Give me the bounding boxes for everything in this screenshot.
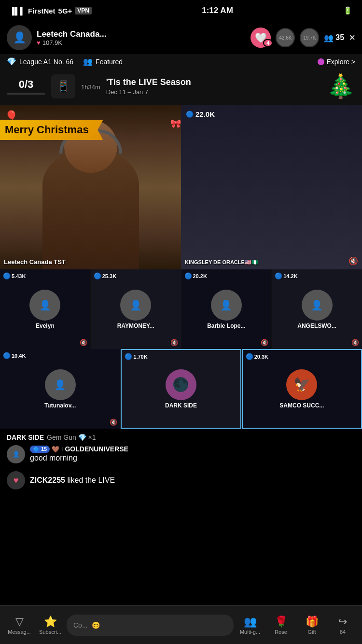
bottom-stat-value-0: 10.4K — [12, 353, 26, 359]
league-label: League A1 No. 66 — [19, 58, 73, 66]
bottom-nav: ▽ Messag... ⭐ Subscri... Co... 😊 👥 Multi… — [0, 605, 362, 644]
rose-button[interactable]: 🌹 Rose — [266, 616, 295, 635]
side-streamer-label: KINGSLEY DE ORACLE🇺🇸🇳🇬 — [185, 259, 258, 266]
bottom-name-1: DARK SIDE — [165, 402, 197, 409]
share-button[interactable]: ↪ 84 — [328, 616, 357, 635]
christmas-text: Merry Christmas — [5, 124, 89, 136]
likes-count: 107.9K — [42, 39, 62, 46]
gift-button[interactable]: 🎁 Gift — [297, 616, 326, 635]
small-stat-value-2: 20.2K — [193, 273, 207, 279]
like-badge[interactable]: 🤍 4 — [251, 28, 271, 48]
side-stat: 🔵 22.0K — [186, 110, 215, 118]
small-avatar-1: 👤 — [120, 290, 151, 321]
small-cell-0[interactable]: 🔵 5.43K 👤 Evelyn 🔇 — [0, 269, 90, 349]
bottom-avatar-2: 🦅 — [286, 369, 317, 400]
league-rank[interactable]: 💎 League A1 No. 66 — [7, 57, 73, 66]
status-right: 🔋 — [343, 6, 352, 15]
viewer2-count: 19.7K — [303, 35, 316, 41]
mic-off-icon: 🔇 — [348, 256, 358, 266]
header: 👤 Leetech Canada... ♥ 107.9K 🤍 4 42.6K 1… — [0, 21, 362, 54]
small-name-1: RAYMONEY... — [117, 322, 154, 329]
likes-label: ♥ 107.9K — [37, 39, 246, 46]
small-cell-1[interactable]: 🔵 25.3K 👤 RAYMONEY... 🔇 — [91, 269, 181, 349]
small-stat-1: 🔵 25.3K — [94, 272, 116, 280]
gift-icon: 🎁 — [306, 616, 319, 628]
bottom-cell-2[interactable]: 🔵 20.3K 🦅 SAMCO SUCC... — [242, 349, 362, 429]
viewer2-avatar[interactable]: 19.7K — [300, 28, 319, 47]
small-name-3: ANGELSWO... — [297, 322, 336, 329]
chat-badges: 🔷 15 🤎 I GOLDENUNIVERSE — [30, 445, 355, 453]
viewer1-count: 42.6K — [279, 35, 292, 41]
rose-label: Rose — [275, 629, 287, 635]
small-mic-3: 🔇 — [351, 339, 359, 346]
gift-sender: DARK SIDE — [7, 434, 44, 441]
explore-dot-icon — [318, 58, 324, 65]
close-button[interactable]: × — [349, 31, 355, 44]
bottom-stat-value-2: 20.3K — [254, 354, 268, 360]
featured-icon: 👥 — [83, 57, 93, 66]
message-button[interactable]: ▽ Messag... — [5, 616, 34, 635]
gift-item-label: Gem Gun 💎 ×1 — [47, 434, 96, 441]
emoji-icon: 😊 — [92, 621, 100, 629]
header-right: 🤍 4 42.6K 19.7K 👥 35 × — [251, 28, 355, 48]
liked-text: ZICK2255 liked the LIVE — [30, 476, 115, 485]
vpn-badge: VPN — [75, 7, 92, 14]
multi-guest-button[interactable]: 👥 Multi-g... — [236, 616, 265, 635]
diamond-icon: 💎 — [7, 57, 16, 66]
small-cell-2[interactable]: 🔵 20.2K 👤 Barbie Lope... 🔇 — [181, 269, 272, 349]
multi-icon: 👥 — [244, 616, 257, 628]
event-text: 'Tis the LIVE Season Dec 11 – Jan 7 — [106, 77, 320, 96]
badge-num: 15 — [41, 446, 47, 452]
heart-icon: ♥ — [37, 39, 41, 46]
side-streamer-name: KINGSLEY DE ORACLE🇺🇸🇳🇬 — [185, 259, 258, 266]
bcoin-icon-2: 🔵 — [246, 353, 253, 360]
small-stat-value-0: 5.43K — [12, 273, 26, 279]
status-bar: ▐▌▌ FirstNet 5G+ VPN 1:12 AM 🔋 — [0, 0, 362, 21]
featured-badge[interactable]: 👥 Featured — [83, 57, 123, 66]
viewer1-avatar[interactable]: 42.6K — [276, 28, 295, 47]
total-viewers: 👥 35 — [324, 33, 344, 42]
coin-icon: 🔵 — [186, 111, 194, 118]
avatar: 👤 — [7, 25, 32, 50]
small-mic-1: 🔇 — [170, 339, 178, 346]
network-label: 5G+ — [58, 7, 72, 15]
coin-icon-1: 🔵 — [94, 272, 101, 280]
small-stat-value-1: 25.3K — [102, 273, 116, 279]
header-info: Leetech Canada... ♥ 107.9K — [37, 29, 246, 46]
progress-numbers: 0/3 — [19, 78, 34, 91]
battery-icon: 🔋 — [343, 6, 352, 15]
gift-emoji: 💎 — [78, 434, 86, 441]
coin-icon-3: 🔵 — [275, 272, 282, 280]
small-stat-3: 🔵 14.2K — [275, 272, 297, 280]
bcoin-icon-0: 🔵 — [3, 352, 11, 359]
subscribe-button[interactable]: ⭐ Subscri... — [36, 616, 65, 635]
bottom-mic-0: 🔇 — [110, 419, 117, 426]
status-time: 1:12 AM — [202, 6, 233, 15]
bottom-avatar-1: 🌑 — [166, 369, 196, 400]
bottom-stat-2: 🔵 20.3K — [246, 353, 268, 360]
carrier-label: FirstNet — [28, 7, 56, 15]
chat-message: 👤 🔷 15 🤎 I GOLDENUNIVERSE good morning — [7, 445, 355, 463]
timer-text: 1h34m — [81, 84, 100, 91]
status-left: ▐▌▌ FirstNet 5G+ VPN — [10, 7, 92, 15]
small-stat-value-3: 14.2K — [283, 273, 297, 279]
bottom-stat-value-1: 1.70K — [133, 354, 147, 360]
bottom-cell-1[interactable]: 🔵 1.70K 🌑 DARK SIDE — [121, 349, 241, 429]
bottom-cell-0[interactable]: 🔵 10.4K 👤 Tutunalov... 🔇 — [0, 349, 120, 429]
coin-icon-2: 🔵 — [184, 272, 192, 280]
side-video[interactable]: 🔵 22.0K 👤 KINGSLEY DE ORACLE🇺🇸🇳🇬 🔇 — [181, 105, 362, 269]
progress-section: 0/3 — [7, 78, 45, 95]
bottom-stat-0: 🔵 10.4K — [3, 352, 26, 359]
heart-badge: 🤎 I — [52, 446, 63, 453]
bottom-name-2: SAMCO SUCC... — [279, 402, 324, 409]
small-avatar-2: 👤 — [211, 290, 242, 321]
event-date: Dec 11 – Jan 7 — [106, 88, 320, 96]
main-video[interactable]: 🎈 Merry Christmas 🎀 Leetech Canada TST — [0, 105, 181, 269]
explore-label: Explore > — [326, 58, 355, 66]
explore-button[interactable]: Explore > — [318, 58, 355, 66]
main-streamer-label: Leetech Canada TST — [4, 258, 66, 266]
small-cell-3[interactable]: 🔵 14.2K 👤 ANGELSWO... 🔇 — [272, 269, 362, 349]
liked-notice: ♥ ZICK2255 liked the LIVE — [7, 467, 355, 493]
comment-area[interactable]: Co... 😊 — [67, 615, 234, 636]
bottom-avatar-0: 👤 — [45, 369, 76, 400]
